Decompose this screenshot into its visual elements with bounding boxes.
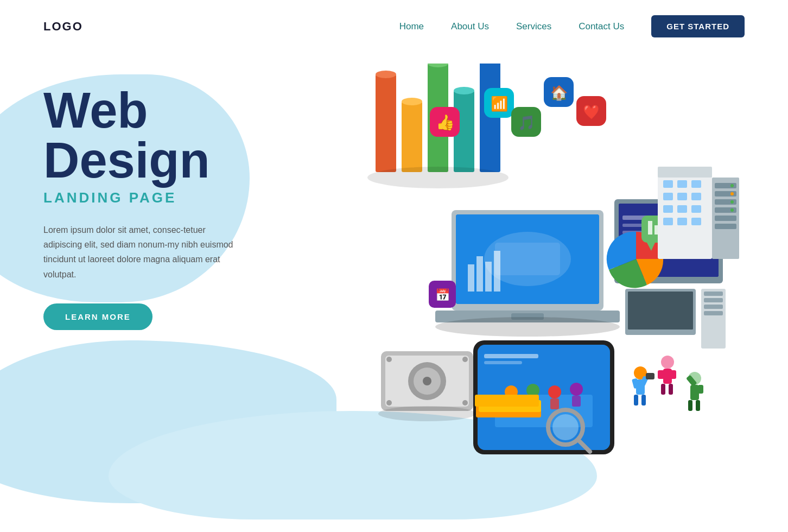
- svg-rect-17: [476, 256, 483, 292]
- hero-section: Web Design LANDING PAGE Lorem ipsum dolo…: [0, 53, 788, 520]
- svg-point-132: [730, 208, 734, 212]
- svg-rect-71: [484, 354, 538, 358]
- svg-rect-117: [677, 205, 687, 213]
- svg-text:📅: 📅: [435, 288, 450, 302]
- svg-point-96: [661, 356, 674, 369]
- svg-rect-107: [696, 400, 700, 411]
- svg-rect-127: [715, 216, 736, 221]
- svg-rect-93: [634, 395, 638, 406]
- svg-text:🎵: 🎵: [518, 114, 536, 131]
- nav-contact[interactable]: Contact Us: [579, 21, 624, 32]
- svg-rect-118: [691, 205, 701, 213]
- svg-rect-38: [704, 292, 723, 296]
- nav-services[interactable]: Services: [516, 21, 551, 32]
- nav-links: Home About Us Services Contact Us GET ST…: [399, 15, 745, 37]
- svg-rect-110: [663, 180, 673, 188]
- illustration-svg: 👍 📶 🏠 🎵 ❤️: [310, 64, 755, 509]
- svg-rect-95: [646, 373, 654, 379]
- svg-rect-109: [658, 167, 712, 178]
- svg-rect-18: [485, 262, 492, 292]
- nav-about[interactable]: About Us: [451, 21, 489, 32]
- svg-rect-128: [715, 224, 736, 229]
- svg-point-131: [730, 200, 734, 204]
- svg-rect-41: [704, 311, 723, 315]
- svg-point-1: [376, 71, 396, 78]
- svg-rect-36: [628, 292, 693, 330]
- nav-home[interactable]: Home: [399, 21, 424, 32]
- svg-rect-121: [691, 218, 701, 225]
- svg-rect-112: [691, 180, 701, 188]
- svg-point-67: [548, 385, 561, 398]
- svg-rect-101: [669, 384, 673, 395]
- svg-rect-103: [690, 385, 699, 400]
- svg-point-77: [423, 377, 431, 385]
- svg-rect-113: [663, 193, 673, 200]
- svg-rect-37: [701, 289, 726, 349]
- svg-rect-85: [475, 395, 539, 407]
- svg-rect-44: [648, 221, 652, 235]
- svg-point-7: [454, 87, 474, 94]
- svg-point-87: [552, 414, 579, 440]
- svg-rect-19: [494, 251, 500, 292]
- svg-rect-40: [704, 305, 723, 309]
- svg-point-129: [730, 184, 734, 187]
- svg-point-10: [367, 167, 509, 188]
- svg-point-3: [402, 98, 422, 105]
- svg-rect-98: [658, 370, 664, 379]
- svg-point-130: [730, 192, 734, 195]
- logo: LOGO: [43, 20, 83, 34]
- hero-illustration: 👍 📶 🏠 🎵 ❤️: [310, 64, 755, 509]
- svg-point-22: [435, 317, 620, 337]
- svg-rect-119: [663, 218, 673, 225]
- svg-rect-116: [663, 205, 673, 213]
- svg-text:📶: 📶: [491, 95, 509, 112]
- svg-point-69: [570, 383, 583, 396]
- svg-rect-99: [670, 370, 676, 379]
- svg-point-82: [378, 406, 476, 421]
- hero-content-left: Web Design LANDING PAGE Lorem ipsum dolo…: [43, 85, 239, 330]
- svg-rect-115: [691, 193, 701, 200]
- hero-title: Web Design: [43, 85, 239, 185]
- svg-rect-2: [402, 102, 422, 172]
- svg-rect-106: [688, 400, 692, 411]
- hero-subtitle: LANDING PAGE: [43, 189, 239, 206]
- svg-rect-72: [484, 361, 522, 364]
- svg-text:👍: 👍: [436, 113, 455, 131]
- learn-more-button[interactable]: LEARN MORE: [43, 303, 152, 330]
- hero-description: Lorem ipsum dolor sit amet, consec-tetue…: [43, 223, 239, 282]
- svg-rect-100: [661, 384, 665, 395]
- svg-rect-39: [704, 298, 723, 302]
- svg-rect-16: [468, 264, 474, 292]
- svg-text:🏠: 🏠: [550, 84, 568, 102]
- svg-rect-70: [572, 396, 581, 407]
- svg-point-81: [462, 400, 468, 406]
- svg-rect-68: [550, 398, 559, 409]
- svg-rect-94: [641, 395, 646, 406]
- svg-rect-111: [677, 180, 687, 188]
- svg-rect-0: [376, 74, 396, 172]
- svg-point-79: [462, 357, 468, 362]
- svg-point-78: [386, 357, 392, 362]
- svg-rect-114: [677, 193, 687, 200]
- svg-rect-120: [677, 218, 687, 225]
- svg-rect-105: [698, 385, 703, 394]
- svg-text:❤️: ❤️: [583, 103, 601, 121]
- get-started-button[interactable]: GET STARTED: [651, 15, 745, 37]
- svg-point-80: [386, 400, 392, 406]
- svg-rect-15: [495, 243, 560, 275]
- navbar: LOGO Home About Us Services Contact Us G…: [0, 0, 788, 53]
